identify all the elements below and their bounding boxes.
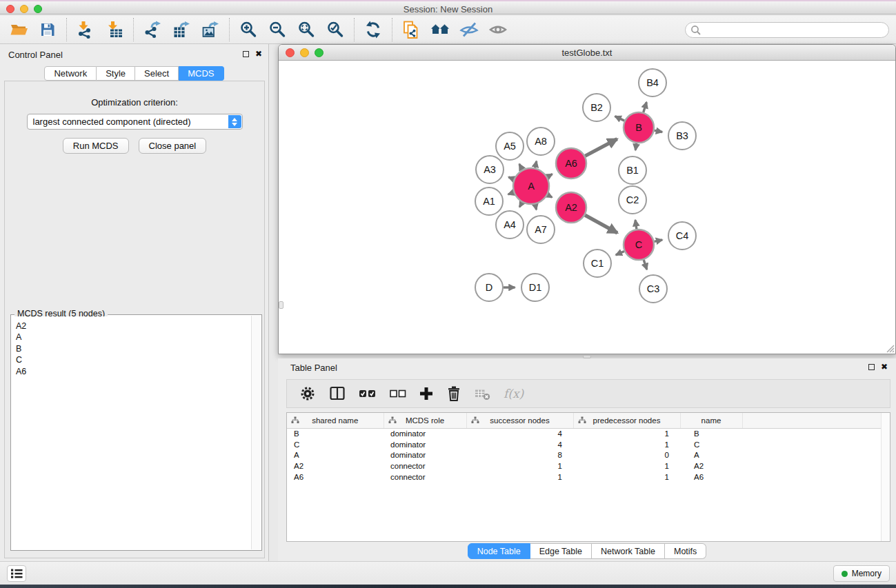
column-header[interactable]: name	[680, 413, 742, 428]
export-network-button[interactable]	[138, 17, 167, 42]
graph-node-A[interactable]	[513, 168, 549, 204]
table-row[interactable]: Cdominator41C	[287, 439, 890, 450]
graph-edge-A-A3[interactable]	[508, 177, 514, 179]
window-resize-grip[interactable]	[884, 343, 895, 353]
zoom-selected-button[interactable]	[321, 17, 350, 42]
mcds-result-item[interactable]: A	[16, 332, 250, 343]
canvas-left-grip[interactable]	[279, 301, 283, 309]
graph-edge-A2-C[interactable]	[585, 215, 617, 233]
zoom-in-button[interactable]	[234, 17, 263, 42]
show-hidden-button[interactable]	[484, 17, 512, 42]
new-network-from-selection-button[interactable]	[397, 17, 426, 42]
graph-node-A4[interactable]	[496, 211, 524, 239]
refresh-view-button[interactable]	[359, 17, 388, 42]
import-network-button[interactable]	[71, 17, 100, 42]
graph-node-B[interactable]	[624, 112, 654, 143]
graph-node-A2[interactable]	[556, 192, 586, 223]
select-all-button[interactable]	[358, 387, 377, 400]
zoom-fit-button[interactable]	[292, 17, 321, 42]
graph-node-A8[interactable]	[527, 128, 555, 155]
tab-motifs[interactable]: Motifs	[665, 543, 706, 559]
network-zoom-button[interactable]	[315, 48, 323, 57]
graph-node-A6[interactable]	[556, 148, 586, 179]
graph-node-A1[interactable]	[475, 187, 503, 215]
float-table-panel-icon[interactable]	[868, 364, 875, 370]
attribute-settings-button[interactable]	[299, 385, 317, 403]
graph-node-A5[interactable]	[496, 132, 524, 160]
delete-row-button[interactable]	[446, 385, 462, 402]
graph-edge-A6-B[interactable]	[585, 139, 617, 156]
graph-node-B4[interactable]	[639, 69, 666, 97]
network-minimize-button[interactable]	[300, 48, 309, 57]
tab-network[interactable]: Network	[44, 66, 97, 81]
table-row[interactable]: A6connector11A6	[287, 472, 890, 483]
graph-edge-A-A7[interactable]	[535, 204, 537, 210]
graph-node-D1[interactable]	[521, 274, 549, 301]
graph-edge-B-B3[interactable]	[655, 130, 662, 132]
table-scrollbar[interactable]	[881, 413, 890, 541]
task-history-button[interactable]	[7, 565, 26, 582]
tab-style[interactable]: Style	[97, 66, 135, 81]
graph-edge-A-A2[interactable]	[548, 195, 552, 197]
graph-edge-A-A4[interactable]	[519, 203, 522, 207]
graph-node-B3[interactable]	[668, 122, 696, 150]
network-canvas[interactable]: AA6A2BCA5A8A3A1A4A7B2B4B3B1C2C4C1C3DD1	[279, 61, 895, 354]
column-header[interactable]: MCDS role	[384, 413, 466, 428]
graph-node-C3[interactable]	[639, 275, 667, 303]
close-panel-button[interactable]: Close panel	[139, 138, 207, 154]
graph-node-A7[interactable]	[527, 216, 555, 243]
column-header[interactable]: predecessor nodes	[573, 413, 680, 428]
save-session-button[interactable]	[33, 17, 62, 42]
table-row[interactable]: A2connector11A2	[287, 460, 890, 472]
graph-node-A3[interactable]	[476, 156, 504, 183]
graph-edge-C-C3[interactable]	[644, 260, 647, 270]
table-row[interactable]: Bdominator41B	[287, 428, 890, 439]
search-input[interactable]	[704, 24, 888, 37]
memory-button[interactable]: Memory	[833, 565, 890, 582]
graph-edge-B-B1[interactable]	[635, 143, 636, 150]
graph-edge-C-C4[interactable]	[655, 240, 663, 241]
result-scrollbar[interactable]	[251, 316, 261, 549]
hide-selected-button[interactable]	[455, 17, 484, 42]
graph-edge-A-A1[interactable]	[508, 192, 514, 194]
export-image-button[interactable]	[196, 17, 225, 42]
network-window-titlebar[interactable]: testGlobe.txt	[279, 45, 895, 61]
function-builder-button[interactable]: f(x)	[504, 387, 524, 401]
network-close-button[interactable]	[286, 48, 295, 57]
unselect-all-button[interactable]	[389, 388, 407, 399]
show-columns-button[interactable]	[328, 385, 346, 403]
graph-node-C4[interactable]	[668, 222, 696, 250]
search-field[interactable]	[685, 22, 889, 38]
mcds-result-item[interactable]: C	[16, 354, 250, 365]
tab-edge-table[interactable]: Edge Table	[530, 543, 592, 559]
close-panel-icon[interactable]: ✖	[255, 50, 262, 58]
mcds-result-item[interactable]: B	[16, 343, 250, 354]
column-header[interactable]: successor nodes	[466, 413, 573, 428]
tab-network-table[interactable]: Network Table	[592, 543, 665, 559]
graph-edge-B-B4[interactable]	[644, 102, 647, 112]
table-row[interactable]: Adominator80A	[287, 450, 890, 461]
float-panel-icon[interactable]	[243, 51, 249, 57]
graph-edge-C-C1[interactable]	[616, 251, 624, 254]
export-table-button[interactable]	[167, 17, 196, 42]
graph-edge-B-B2[interactable]	[615, 116, 625, 121]
first-neighbors-button[interactable]	[426, 17, 455, 42]
open-session-button[interactable]	[4, 17, 33, 42]
add-row-button[interactable]	[419, 386, 434, 401]
graph-node-C1[interactable]	[584, 250, 611, 277]
criterion-dropdown[interactable]: largest connected component (directed)	[27, 114, 243, 130]
graph-node-C2[interactable]	[619, 186, 646, 214]
tab-mcds[interactable]: MCDS	[179, 66, 223, 81]
mcds-result-list[interactable]: A2ABCA6	[12, 316, 250, 549]
mcds-result-item[interactable]: A2	[16, 321, 250, 332]
zoom-out-button[interactable]	[263, 17, 292, 42]
close-table-panel-icon[interactable]: ✖	[881, 363, 888, 371]
graph-edge-A-A6[interactable]	[547, 174, 552, 177]
tab-select[interactable]: Select	[135, 66, 179, 81]
graph-node-B1[interactable]	[619, 156, 646, 184]
graph-edge-C-C2[interactable]	[635, 220, 637, 229]
graph-node-C[interactable]	[624, 230, 654, 260]
import-table-button[interactable]	[100, 17, 129, 42]
column-header[interactable]: shared name	[287, 413, 384, 428]
graph-node-B2[interactable]	[583, 94, 610, 121]
